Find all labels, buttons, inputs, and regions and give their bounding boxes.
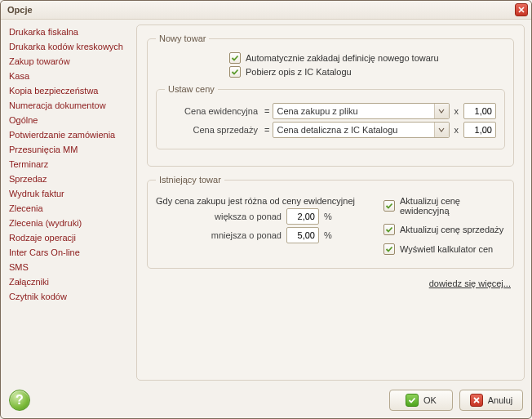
check-icon	[385, 245, 393, 253]
sidebar-item[interactable]: Inter Cars On-line	[7, 245, 130, 260]
update-evid-label: Aktualizuj cenę ewidencyjną	[400, 196, 505, 216]
greater-input[interactable]	[286, 208, 319, 225]
evid-price-combo[interactable]: Cena zakupu z pliku	[273, 103, 449, 119]
update-sale-checkbox[interactable]	[383, 224, 395, 235]
sidebar-item[interactable]: Potwierdzanie zamówienia	[7, 127, 130, 142]
sidebar-item[interactable]: Terminarz	[7, 157, 130, 172]
cancel-icon	[470, 394, 483, 407]
multiply-sign: x	[450, 125, 464, 135]
auto-definition-label: Automatycznie zakładaj definicję nowego …	[246, 53, 439, 63]
help-icon: ?	[16, 393, 24, 408]
show-calc-checkbox[interactable]	[383, 243, 395, 255]
sidebar-item[interactable]: Sprzedaz	[7, 172, 130, 186]
sidebar-item[interactable]: SMS	[7, 260, 130, 274]
set-prices-legend: Ustaw ceny	[165, 84, 218, 94]
main-panel: Nowy towar Automatycznie zakładaj defini…	[136, 25, 525, 381]
ok-button[interactable]: OK	[389, 390, 453, 411]
new-item-legend: Nowy towar	[156, 33, 209, 43]
sidebar: Drukarka fiskalna Drukarka kodów kreskow…	[7, 25, 130, 381]
close-button[interactable]	[515, 3, 528, 16]
dialog-body: Drukarka fiskalna Drukarka kodów kreskow…	[1, 20, 531, 382]
equals-sign: =	[261, 125, 273, 135]
sidebar-item[interactable]: Ogólne	[7, 113, 130, 127]
titlebar: Opcje	[1, 1, 531, 20]
cancel-label: Anuluj	[488, 395, 513, 405]
learn-more-link[interactable]: dowiedz się więcej...	[429, 279, 511, 288]
sidebar-item[interactable]: Drukarka fiskalna	[7, 25, 130, 39]
sidebar-item[interactable]: Załączniki	[7, 274, 130, 289]
new-item-group: Nowy towar Automatycznie zakładaj defini…	[147, 33, 514, 167]
less-input[interactable]	[286, 227, 319, 243]
sidebar-item[interactable]: Rodzaje operacji	[7, 230, 130, 245]
sidebar-item[interactable]: Zakup towarów	[7, 54, 130, 69]
cancel-button[interactable]: Anuluj	[459, 390, 523, 411]
sidebar-item[interactable]: Zlecenia (wydruki)	[7, 216, 130, 230]
greater-label: większa o ponad	[156, 212, 286, 221]
sidebar-item[interactable]: Wydruk faktur	[7, 186, 130, 201]
sidebar-item[interactable]: Drukarka kodów kreskowych	[7, 39, 130, 54]
multiply-sign: x	[450, 106, 464, 116]
set-prices-group: Ustaw ceny Cena ewidencyjna = Cena zakup…	[156, 84, 505, 149]
show-calc-label: Wyświetl kalkulator cen	[400, 244, 493, 254]
help-button[interactable]: ?	[9, 390, 30, 411]
evid-price-factor[interactable]	[463, 103, 496, 119]
chevron-down-icon	[434, 104, 449, 118]
window-title: Opcje	[4, 5, 515, 15]
sidebar-item[interactable]: Numeracja dokumentow	[7, 98, 130, 113]
equals-sign: =	[261, 106, 273, 116]
update-sale-label: Aktualizuj cenę sprzedaży	[400, 225, 503, 234]
evid-price-label: Cena ewidencyjna	[165, 106, 261, 116]
get-desc-label: Pobierz opis z IC Katalogu	[246, 67, 352, 77]
auto-definition-checkbox[interactable]	[229, 52, 241, 64]
get-desc-checkbox[interactable]	[229, 66, 241, 78]
existing-intro: Gdy cena zakupu jest różna od ceny ewide…	[156, 196, 355, 206]
sale-price-value: Cena detaliczna z IC Katalogu	[277, 125, 433, 135]
sale-price-factor[interactable]	[463, 122, 496, 138]
ok-label: OK	[423, 395, 437, 405]
sale-price-combo[interactable]: Cena detaliczna z IC Katalogu	[273, 122, 449, 138]
sale-price-label: Cena sprzedaży	[165, 125, 261, 135]
sidebar-item[interactable]: Kopia bezpieczeństwa	[7, 83, 130, 98]
sidebar-item[interactable]: Zlecenia	[7, 201, 130, 216]
check-icon	[385, 225, 393, 234]
check-icon	[231, 68, 239, 76]
evid-price-value: Cena zakupu z pliku	[277, 106, 433, 116]
less-label: mniejsza o ponad	[156, 230, 286, 240]
footer: ? OK Anuluj	[1, 382, 531, 418]
check-icon	[385, 202, 393, 210]
check-icon	[231, 54, 239, 62]
ok-icon	[406, 394, 419, 407]
existing-item-group: Istniejący towar Gdy cena zakupu jest ró…	[147, 175, 514, 269]
sidebar-item[interactable]: Czytnik kodów	[7, 289, 130, 304]
update-evid-checkbox[interactable]	[383, 200, 395, 212]
sidebar-item[interactable]: Przesunięcia MM	[7, 142, 130, 157]
percent-sign: %	[319, 230, 332, 240]
chevron-down-icon	[434, 123, 449, 137]
sidebar-item[interactable]: Kasa	[7, 69, 130, 83]
close-icon	[518, 7, 525, 13]
existing-item-legend: Istniejący towar	[156, 175, 224, 185]
percent-sign: %	[319, 212, 332, 221]
options-window: Opcje Drukarka fiskalna Drukarka kodów k…	[0, 0, 532, 419]
